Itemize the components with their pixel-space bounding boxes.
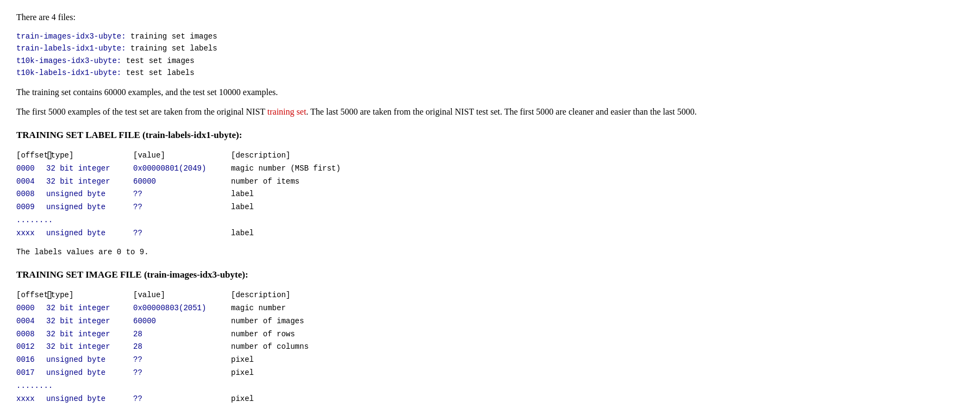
table-row: 000032 bit integer0x00000803(2051)magic … <box>16 302 964 315</box>
nist-note-before: The first 5000 examples of the test set … <box>16 107 267 116</box>
table-row: 000432 bit integer60000 number of items <box>16 175 964 189</box>
row-type: 32 bit integer <box>46 328 133 341</box>
file-desc-1: training set images <box>126 32 217 41</box>
row-type: unsigned byte <box>46 367 133 380</box>
list-item: t10k-images-idx3-ubyte: test set images <box>16 55 964 67</box>
row-type: unsigned byte <box>46 201 133 214</box>
list-item: train-images-idx3-ubyte: training set im… <box>16 30 964 42</box>
row-desc: magic number (MSB first) <box>231 162 341 175</box>
label-file-heading: TRAINING SET LABEL FILE (train-labels-id… <box>16 128 964 142</box>
file-name-1: train-images-idx3-ubyte: <box>16 32 126 41</box>
xxxx-desc: pixel <box>231 393 254 406</box>
dotted-row: ........ <box>16 380 964 393</box>
table-row: 000432 bit integer60000 number of images <box>16 315 964 328</box>
row-type: 32 bit integer <box>46 175 133 189</box>
file-name-2: train-labels-idx1-ubyte: <box>16 44 126 53</box>
row-value: 0x00000801(2049) <box>133 162 231 175</box>
xxxx-value: ?? <box>133 227 231 240</box>
row-offset: 0008 <box>16 188 46 201</box>
table-row-xxxx: xxxxunsigned byte ?? pixel <box>16 393 964 406</box>
row-desc: pixel <box>231 354 254 367</box>
dotted-row: ........ <box>16 214 964 227</box>
file-list: train-images-idx3-ubyte: training set im… <box>16 30 964 79</box>
row-desc: label <box>231 201 254 214</box>
header-offset: [offset] <box>16 149 46 162</box>
row-desc: number of columns <box>231 341 309 354</box>
nist-note: The first 5000 examples of the test set … <box>16 105 964 118</box>
header-value: [value] <box>133 149 231 162</box>
row-offset: 0016 <box>16 354 46 367</box>
table-row: 001232 bit integer28 number of columns <box>16 341 964 354</box>
nist-highlight: training set <box>267 107 307 116</box>
header-offset: [offset] <box>16 289 46 302</box>
table-row: 0017unsigned byte ?? pixel <box>16 367 964 380</box>
row-type: 32 bit integer <box>46 162 133 175</box>
xxxx-offset: xxxx <box>16 227 46 240</box>
row-value: 60000 <box>133 175 231 189</box>
list-item: train-labels-idx1-ubyte: training set la… <box>16 42 964 54</box>
table-header-row: [offset][type][value][description] <box>16 149 964 162</box>
xxxx-type: unsigned byte <box>46 227 133 240</box>
row-value: 0x00000803(2051) <box>133 302 231 315</box>
row-type: unsigned byte <box>46 354 133 367</box>
row-value: ?? <box>133 188 231 201</box>
table-row: 000032 bit integer0x00000801(2049)magic … <box>16 162 964 175</box>
row-offset: 0000 <box>16 302 46 315</box>
file-desc-2: training set labels <box>126 44 217 53</box>
header-type: [type] <box>46 289 133 302</box>
image-file-heading: TRAINING SET IMAGE FILE (train-images-id… <box>16 268 964 282</box>
xxxx-value: ?? <box>133 393 231 406</box>
row-desc: number of images <box>231 315 304 328</box>
file-name-3: t10k-images-idx3-ubyte: <box>16 57 126 65</box>
row-value: 28 <box>133 328 231 341</box>
header-type: [type] <box>46 149 133 162</box>
header-desc: [description] <box>231 149 290 162</box>
table-row: 0008unsigned byte ?? label <box>16 188 964 201</box>
row-offset: 0017 <box>16 367 46 380</box>
row-type: 32 bit integer <box>46 302 133 315</box>
row-value: ?? <box>133 367 231 380</box>
table-header-row: [offset][type][value][description] <box>16 289 964 302</box>
header-desc: [description] <box>231 289 290 302</box>
table-row: 000832 bit integer28 number of rows <box>16 328 964 341</box>
header-value: [value] <box>133 289 231 302</box>
labels-note: The labels values are 0 to 9. <box>16 247 964 258</box>
row-desc: label <box>231 188 254 201</box>
row-offset: 0000 <box>16 162 46 175</box>
row-offset: 0012 <box>16 341 46 354</box>
row-desc: pixel <box>231 367 254 380</box>
row-value: 28 <box>133 341 231 354</box>
nist-note-after: . The last 5000 are taken from the origi… <box>306 107 696 116</box>
xxxx-offset: xxxx <box>16 393 46 406</box>
file-name-4: t10k-labels-idx1-ubyte: <box>16 68 126 77</box>
training-set-note: The training set contains 60000 examples… <box>16 86 964 99</box>
table-row: 0016unsigned byte ?? pixel <box>16 354 964 367</box>
table-row: 0009unsigned byte ?? label <box>16 201 964 214</box>
list-item: t10k-labels-idx1-ubyte: test set labels <box>16 67 964 79</box>
row-type: 32 bit integer <box>46 315 133 328</box>
files-count: There are 4 files: <box>16 11 964 24</box>
image-file-table: [offset][type][value][description] 00003… <box>16 289 964 405</box>
xxxx-type: unsigned byte <box>46 393 133 406</box>
file-desc-4: test set labels <box>126 68 195 77</box>
row-type: 32 bit integer <box>46 341 133 354</box>
table-row-xxxx: xxxxunsigned byte ?? label <box>16 227 964 240</box>
row-offset: 0004 <box>16 175 46 189</box>
row-offset: 0004 <box>16 315 46 328</box>
row-value: ?? <box>133 201 231 214</box>
label-file-table: [offset][type][value][description] 00003… <box>16 149 964 240</box>
row-desc: number of rows <box>231 328 295 341</box>
xxxx-desc: label <box>231 227 254 240</box>
row-value: 60000 <box>133 315 231 328</box>
row-desc: magic number <box>231 302 286 315</box>
row-offset: 0008 <box>16 328 46 341</box>
row-type: unsigned byte <box>46 188 133 201</box>
row-value: ?? <box>133 354 231 367</box>
file-desc-3: test set images <box>126 57 195 65</box>
row-desc: number of items <box>231 175 299 189</box>
row-offset: 0009 <box>16 201 46 214</box>
